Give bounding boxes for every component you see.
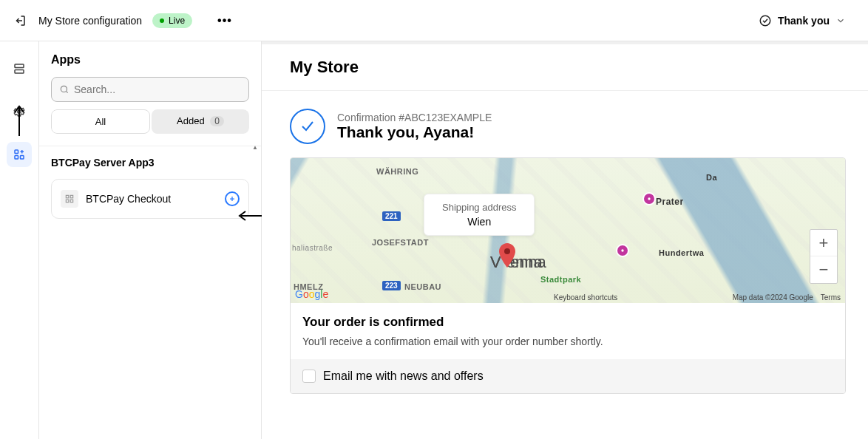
thank-you-text: Confirmation #ABC123EXAMPLE Thank you, A… xyxy=(337,112,492,141)
zoom-in-button[interactable]: + xyxy=(810,230,837,256)
filter-row: All Added 0 xyxy=(51,109,249,134)
rail-apps-icon[interactable] xyxy=(7,142,32,167)
road-badge: 221 xyxy=(382,211,401,221)
svg-rect-4 xyxy=(15,150,18,154)
search-input-wrapper[interactable] xyxy=(51,77,249,102)
confirmation-number: Confirmation #ABC123EXAMPLE xyxy=(337,112,492,123)
more-icon[interactable]: ••• xyxy=(217,14,232,27)
live-badge-label: Live xyxy=(169,16,185,26)
svg-rect-8 xyxy=(66,195,69,198)
check-circle-icon xyxy=(759,14,772,27)
svg-point-7 xyxy=(61,86,67,92)
annotation-arrow-up xyxy=(12,103,27,136)
map-footer: Map data ©2024 Google Terms xyxy=(733,293,841,302)
map-district-label: NEUBAU xyxy=(404,282,441,291)
map-district-label: JOSEFSTADT xyxy=(372,238,429,247)
thank-you-message: Thank you, Ayana! xyxy=(337,123,492,141)
search-input[interactable] xyxy=(74,84,241,95)
google-logo: Google xyxy=(295,288,328,300)
topbar-left: My Store configuration Live ••• xyxy=(12,13,759,29)
divider: ▲ xyxy=(39,146,261,146)
map-zoom-control: + − xyxy=(810,229,838,284)
added-count-badge: 0 xyxy=(210,116,224,126)
svg-point-13 xyxy=(621,249,623,251)
svg-rect-9 xyxy=(70,195,73,198)
icon-rail xyxy=(0,41,38,439)
email-opt-in-row: Email me with news and offers xyxy=(291,359,845,393)
rail-sections-icon[interactable] xyxy=(7,56,32,81)
map-terms-link[interactable]: Terms xyxy=(821,293,841,302)
app-card-name: BTCPay Checkout xyxy=(86,193,217,205)
status-dot-icon xyxy=(160,18,164,23)
map-view[interactable]: WÄHRING JOSEFSTADT NEUBAU HMELZ haliastr… xyxy=(291,158,845,303)
svg-point-12 xyxy=(648,197,650,200)
svg-rect-2 xyxy=(15,70,24,74)
map-poi-label: Da xyxy=(706,173,717,182)
road-badge: 223 xyxy=(382,281,401,290)
app-card[interactable]: BTCPay Checkout xyxy=(51,179,249,219)
caret-up-icon: ▲ xyxy=(252,144,258,151)
map-park-label: Stadtpark xyxy=(540,275,581,284)
email-opt-label: Email me with news and offers xyxy=(323,370,484,383)
order-confirmed-title: Your order is confirmed xyxy=(302,315,833,330)
map-street-label: haliastraße xyxy=(292,244,333,252)
svg-point-14 xyxy=(504,248,510,254)
check-circle-icon xyxy=(290,109,325,144)
filter-all-button[interactable]: All xyxy=(51,109,150,134)
store-name: My Store xyxy=(290,58,840,77)
apps-panel: Apps All Added 0 ▲ BTCPay Server App3 BT… xyxy=(38,41,262,439)
map-pin-icon xyxy=(498,243,517,268)
svg-rect-5 xyxy=(15,156,18,160)
top-bar: My Store configuration Live ••• Thank yo… xyxy=(0,0,868,41)
order-confirmed-desc: You'll receive a confirmation email with… xyxy=(302,336,833,347)
shipping-address-value: Wien xyxy=(442,216,516,228)
map-district-label: WÄHRING xyxy=(376,167,418,176)
exit-icon[interactable] xyxy=(12,13,28,29)
svg-rect-6 xyxy=(21,156,24,160)
metro-station-icon xyxy=(616,244,629,257)
svg-point-0 xyxy=(760,16,770,26)
chevron-down-icon xyxy=(835,16,846,26)
map-poi-label: Prater xyxy=(656,197,684,207)
page-selector-label: Thank you xyxy=(778,15,830,27)
map-data-attribution: Map data ©2024 Google xyxy=(733,293,813,302)
svg-rect-1 xyxy=(15,64,24,68)
order-confirmed-box: Your order is confirmed You'll receive a… xyxy=(291,303,845,359)
shipping-address-label: Shipping address xyxy=(442,202,516,213)
page-selector[interactable]: Thank you xyxy=(759,14,846,27)
live-badge: Live xyxy=(152,13,192,28)
filter-added-button[interactable]: Added 0 xyxy=(152,109,249,134)
add-plus-icon[interactable] xyxy=(225,191,240,206)
page-title: My Store configuration xyxy=(38,15,142,27)
filter-added-label: Added xyxy=(177,115,205,126)
svg-rect-11 xyxy=(70,200,73,203)
zoom-out-button[interactable]: − xyxy=(810,256,837,283)
apps-panel-title: Apps xyxy=(51,53,249,67)
store-header: My Store xyxy=(262,44,868,91)
thank-you-block: Confirmation #ABC123EXAMPLE Thank you, A… xyxy=(262,91,868,144)
svg-rect-10 xyxy=(66,200,69,203)
map-poi-label: Hundertwa xyxy=(659,248,704,257)
main-layout: Apps All Added 0 ▲ BTCPay Server App3 BT… xyxy=(0,41,868,439)
metro-station-icon xyxy=(642,192,656,205)
shipping-address-popover: Shipping address Wien xyxy=(424,194,535,236)
email-opt-checkbox[interactable] xyxy=(302,370,316,383)
preview-page: My Store Confirmation #ABC123EXAMPLE Tha… xyxy=(262,44,868,439)
preview-area: My Store Confirmation #ABC123EXAMPLE Tha… xyxy=(262,41,868,439)
app-section-name: BTCPay Server App3 xyxy=(51,157,249,169)
map-keyboard-shortcuts[interactable]: Keyboard shortcuts xyxy=(554,293,617,302)
app-block-icon xyxy=(61,190,78,208)
order-card: WÄHRING JOSEFSTADT NEUBAU HMELZ haliastr… xyxy=(290,157,846,394)
search-icon xyxy=(59,84,69,95)
